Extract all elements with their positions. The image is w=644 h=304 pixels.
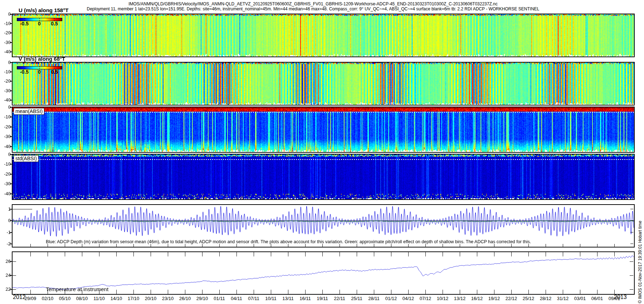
- x-date-label: 29/10: [194, 296, 211, 301]
- page-title: IMOS/ANMN/QLD/GBRHIS/Velocity/IMOS_ANMN-…: [13, 1, 614, 11]
- std-absi-heatmap-canvas: [13, 155, 634, 199]
- x-tick-mark: [391, 290, 391, 294]
- x-tick-mark: [460, 252, 460, 256]
- x-tick-mark: [580, 290, 580, 294]
- x-date-label: 19/11: [314, 296, 331, 301]
- y-tick-mark: [10, 100, 12, 100]
- u-colorbar-tick-max: 0.5: [48, 21, 61, 26]
- x-tick-mark: [185, 290, 185, 294]
- x-tick-mark: [443, 244, 443, 247]
- x-tick-mark: [408, 290, 409, 294]
- y-tick-mark: [10, 117, 12, 117]
- title-line-1: IMOS/ANMN/QLD/GBRHIS/Velocity/IMOS_ANMN-…: [13, 1, 614, 6]
- x-tick-mark: [151, 244, 151, 247]
- x-tick-mark: [443, 290, 443, 294]
- x-tick-mark: [202, 244, 203, 247]
- x-tick-mark: [271, 244, 271, 247]
- x-date-label: 14/10: [108, 296, 125, 301]
- x-date-label: 03/01: [571, 296, 589, 301]
- y-tick-label: -10: [0, 114, 11, 119]
- x-tick-mark: [357, 290, 357, 294]
- x-tick-mark: [65, 252, 65, 256]
- x-tick-mark: [546, 244, 546, 247]
- y-tick-label: 1: [0, 206, 11, 212]
- x-tick-mark: [597, 244, 597, 247]
- mean-absi-panel: mean(ABSI): [12, 107, 635, 153]
- x-tick-mark: [82, 244, 82, 247]
- y-tick-mark: [630, 289, 633, 290]
- x-date-label: 13/11: [279, 296, 297, 301]
- y-tick-mark: [10, 14, 12, 15]
- y-tick-mark: [10, 52, 12, 52]
- x-tick-mark: [528, 252, 529, 256]
- x-date-label: 07/11: [245, 296, 262, 301]
- y-tick-label: -30: [0, 88, 11, 93]
- x-tick-mark: [288, 290, 288, 294]
- x-tick-mark: [30, 290, 31, 294]
- std-absi-panel: std(ABSI): [12, 154, 635, 200]
- x-tick-mark: [168, 290, 168, 294]
- y-tick-mark: [10, 42, 12, 43]
- v-colorbar-tick-zero: 0: [33, 69, 46, 75]
- x-date-label: 01/12: [382, 296, 400, 301]
- x-tick-mark: [116, 290, 117, 294]
- u-panel-title: U (m/s) along 158°T: [19, 7, 68, 13]
- x-tick-mark: [236, 252, 237, 256]
- x-date-label: 06/01: [589, 296, 606, 301]
- x-date-label: 17/10: [125, 296, 142, 301]
- x-tick-mark: [425, 252, 426, 256]
- x-tick-mark: [391, 252, 391, 256]
- y-tick-label: -1: [0, 230, 11, 235]
- x-date-label: 02/10: [39, 296, 56, 301]
- mean-absi-label: mean(ABSI): [14, 108, 44, 115]
- x-tick-mark: [236, 244, 237, 247]
- x-tick-mark: [408, 244, 409, 247]
- x-tick-mark: [374, 252, 374, 256]
- x-tick-mark: [460, 244, 460, 247]
- v-velocity-panel: -0.5 0 0.5: [12, 62, 635, 106]
- x-tick-mark: [65, 244, 65, 247]
- x-date-label: 16/12: [468, 296, 486, 301]
- y-tick-mark: [10, 289, 12, 290]
- x-tick-mark: [597, 290, 597, 294]
- y-tick-label: -20: [0, 78, 11, 84]
- x-tick-mark: [322, 290, 323, 294]
- y-tick-mark: [10, 90, 12, 91]
- x-tick-mark: [340, 252, 340, 256]
- v-panel-title: V (m/s) along 68°T: [19, 56, 65, 62]
- y-tick-mark: [10, 33, 12, 33]
- x-tick-mark: [82, 252, 82, 256]
- x-date-label: 20/10: [142, 296, 159, 301]
- y-tick-mark: [10, 154, 12, 155]
- x-tick-mark: [202, 290, 203, 294]
- x-tick-mark: [322, 244, 323, 247]
- v-colorbar-tick-min: -0.5: [18, 69, 31, 75]
- x-tick-mark: [614, 244, 615, 247]
- y-tick-label: 26: [0, 259, 11, 264]
- y-tick-mark: [13, 289, 16, 290]
- y-tick-label: -30: [0, 134, 11, 139]
- y-tick-mark: [10, 72, 12, 72]
- y-tick-mark: [630, 261, 633, 262]
- x-tick-mark: [133, 244, 134, 247]
- x-tick-mark: [99, 244, 99, 247]
- y-tick-mark: [13, 275, 16, 276]
- x-date-label: 16/11: [297, 296, 314, 301]
- y-tick-mark: [10, 23, 12, 24]
- x-tick-mark: [254, 244, 254, 247]
- u-velocity-panel: -0.5 0 0.5: [12, 14, 635, 57]
- x-date-label: 28/12: [537, 296, 554, 301]
- x-tick-mark: [563, 290, 563, 294]
- x-tick-mark: [133, 290, 134, 294]
- x-tick-mark: [477, 290, 477, 294]
- x-tick-mark: [185, 244, 185, 247]
- y-tick-mark: [10, 232, 12, 233]
- y-tick-mark: [10, 164, 12, 165]
- x-tick-mark: [236, 290, 237, 294]
- x-date-label: 19/12: [486, 296, 503, 301]
- u-colorbar: -0.5 0 0.5: [17, 18, 62, 29]
- temperature-label: Temperature at instrument: [46, 286, 108, 292]
- y-tick-mark: [10, 127, 12, 127]
- x-tick-mark: [357, 252, 357, 256]
- x-tick-mark: [408, 252, 409, 256]
